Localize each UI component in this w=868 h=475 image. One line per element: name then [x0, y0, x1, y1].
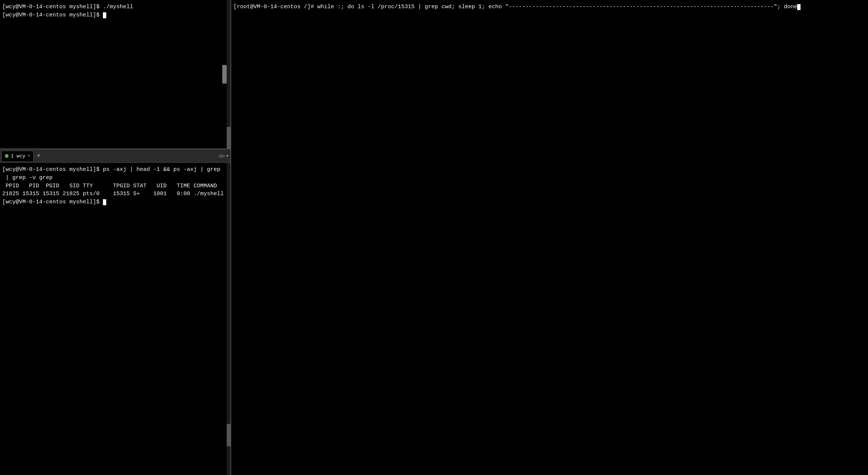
tab-nav-scroll[interactable]: ▾ — [226, 153, 229, 159]
new-tab-button[interactable]: + — [35, 152, 42, 160]
bottom-terminal-text: [wcy@VM-0-14-centos myshell]$ ps -axj | … — [2, 166, 228, 206]
terminal-tab[interactable]: 1 wcy × — [1, 151, 34, 161]
tab-bar: 1 wcy × + ◁ ▷ ▾ — [0, 149, 230, 163]
top-terminal[interactable]: [wcy@VM-0-14-centos myshell]$ ./myshell … — [0, 0, 230, 149]
right-terminal-text: [root@VM-0-14-centos /]# while :; do ls … — [233, 3, 866, 11]
bottom-cursor — [103, 199, 106, 205]
tab-status-dot — [5, 154, 9, 158]
tab-close-button[interactable]: × — [28, 153, 30, 159]
bottom-terminal[interactable]: [wcy@VM-0-14-centos myshell]$ ps -axj | … — [0, 163, 230, 475]
bottom-scrollbar[interactable] — [227, 163, 230, 475]
tab-nav-right[interactable]: ▷ — [222, 153, 225, 159]
top-scrollbar[interactable] — [227, 0, 230, 149]
top-terminal-text: [wcy@VM-0-14-centos myshell]$ ./myshell … — [2, 3, 228, 19]
tab-label: 1 wcy — [11, 153, 25, 159]
tab-nav-left[interactable]: ◁ — [218, 153, 221, 159]
top-cursor — [103, 12, 106, 18]
panel-divider-handle[interactable] — [222, 65, 227, 84]
tab-nav: ◁ ▷ ▾ — [218, 153, 229, 159]
right-panel[interactable]: [root@VM-0-14-centos /]# while :; do ls … — [231, 0, 868, 475]
right-cursor — [797, 4, 801, 10]
top-scrollbar-thumb[interactable] — [227, 127, 230, 149]
left-panel: [wcy@VM-0-14-centos myshell]$ ./myshell … — [0, 0, 231, 475]
bottom-scrollbar-thumb[interactable] — [227, 424, 230, 446]
